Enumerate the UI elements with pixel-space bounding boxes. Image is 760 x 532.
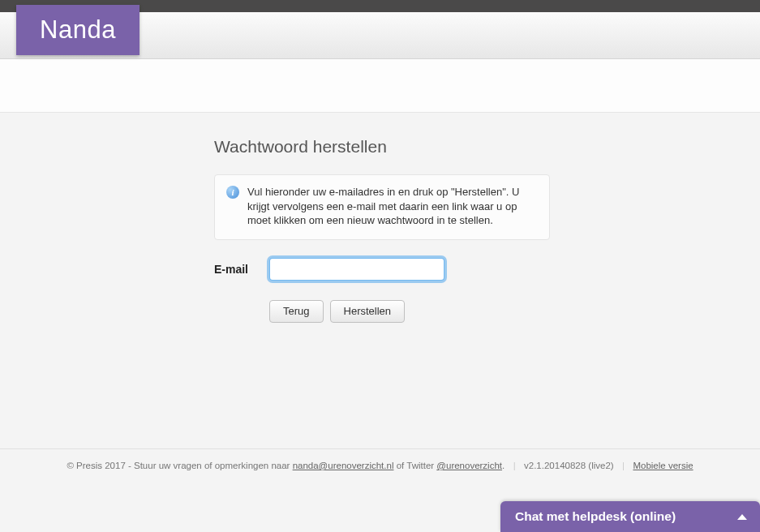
submit-button[interactable]: Herstellen bbox=[330, 300, 406, 323]
footer-period: . bbox=[502, 461, 505, 470]
footer-sep-1: | bbox=[510, 461, 517, 470]
reset-form: E-mail Terug Herstellen bbox=[214, 258, 550, 323]
footer-sep-2: | bbox=[620, 461, 627, 470]
info-text: Vul hieronder uw e-mailadres in en druk … bbox=[247, 185, 538, 228]
back-button[interactable]: Terug bbox=[269, 300, 324, 323]
chevron-up-icon bbox=[737, 514, 747, 520]
email-row: E-mail bbox=[214, 258, 550, 281]
info-icon bbox=[226, 186, 239, 199]
footer-copyright: © Presis 2017 - Stuur uw vragen of opmer… bbox=[67, 461, 292, 470]
sub-header bbox=[0, 59, 760, 113]
footer-version: v2.1.20140828 (live2) bbox=[524, 461, 614, 470]
logo[interactable]: Nanda bbox=[16, 5, 140, 55]
main-content: Wachtwoord herstellen Vul hieronder uw e… bbox=[0, 113, 760, 323]
footer-twitter-link[interactable]: @urenoverzicht bbox=[436, 461, 502, 470]
header: Nanda bbox=[0, 12, 760, 59]
email-field[interactable] bbox=[269, 258, 444, 281]
info-box: Vul hieronder uw e-mailadres in en druk … bbox=[214, 174, 550, 240]
email-label: E-mail bbox=[214, 263, 258, 276]
footer: © Presis 2017 - Stuur uw vragen of opmer… bbox=[0, 448, 760, 470]
password-reset-panel: Wachtwoord herstellen Vul hieronder uw e… bbox=[214, 137, 550, 323]
button-row: Terug Herstellen bbox=[269, 300, 550, 323]
footer-twitter-prefix: of Twitter bbox=[393, 461, 436, 470]
footer-mobile-link[interactable]: Mobiele versie bbox=[633, 461, 693, 470]
chat-widget[interactable]: Chat met helpdesk (online) bbox=[500, 501, 760, 532]
footer-email-link[interactable]: nanda@urenoverzicht.nl bbox=[293, 461, 394, 470]
chat-label: Chat met helpdesk (online) bbox=[515, 509, 676, 524]
page-title: Wachtwoord herstellen bbox=[214, 137, 550, 157]
